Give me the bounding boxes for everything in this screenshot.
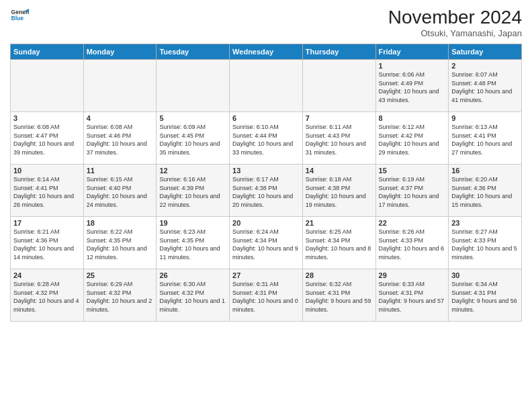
day-info: Sunrise: 6:32 AM Sunset: 4:31 PM Dayligh… — [306, 280, 373, 314]
svg-text:General: General — [11, 9, 29, 15]
day-info: Sunrise: 6:15 AM Sunset: 4:40 PM Dayligh… — [87, 175, 154, 209]
day-number: 2 — [451, 62, 519, 70]
page-subtitle: Otsuki, Yamanashi, Japan — [388, 28, 522, 38]
day-info: Sunrise: 6:08 AM Sunset: 4:47 PM Dayligh… — [13, 123, 81, 156]
header-saturday: Saturday — [449, 44, 522, 60]
day-info: Sunrise: 6:20 AM Sunset: 4:36 PM Dayligh… — [451, 175, 519, 209]
day-cell: 11Sunrise: 6:15 AM Sunset: 4:40 PM Dayli… — [83, 165, 157, 217]
day-cell: 12Sunrise: 6:16 AM Sunset: 4:39 PM Dayli… — [157, 165, 230, 217]
day-number: 17 — [13, 219, 81, 227]
day-number: 5 — [159, 114, 226, 122]
day-info: Sunrise: 6:18 AM Sunset: 4:38 PM Dayligh… — [306, 175, 373, 209]
day-number: 30 — [451, 271, 519, 279]
day-info: Sunrise: 6:14 AM Sunset: 4:41 PM Dayligh… — [13, 175, 81, 209]
day-number: 23 — [451, 219, 519, 227]
day-info: Sunrise: 6:24 AM Sunset: 4:34 PM Dayligh… — [232, 228, 300, 261]
day-number: 16 — [451, 167, 519, 175]
day-cell: 2Sunrise: 6:07 AM Sunset: 4:48 PM Daylig… — [449, 60, 522, 112]
day-info: Sunrise: 6:12 AM Sunset: 4:42 PM Dayligh… — [379, 123, 446, 156]
svg-text:Blue: Blue — [11, 15, 24, 21]
day-number: 12 — [159, 167, 226, 175]
day-cell: 25Sunrise: 6:29 AM Sunset: 4:32 PM Dayli… — [83, 269, 157, 322]
day-number: 7 — [306, 114, 373, 122]
day-info: Sunrise: 6:19 AM Sunset: 4:37 PM Dayligh… — [379, 175, 446, 209]
day-cell: 20Sunrise: 6:24 AM Sunset: 4:34 PM Dayli… — [230, 217, 303, 269]
day-cell: 27Sunrise: 6:31 AM Sunset: 4:31 PM Dayli… — [230, 269, 303, 322]
day-info: Sunrise: 6:10 AM Sunset: 4:44 PM Dayligh… — [232, 123, 300, 156]
day-cell: 28Sunrise: 6:32 AM Sunset: 4:31 PM Dayli… — [302, 269, 375, 322]
day-cell: 8Sunrise: 6:12 AM Sunset: 4:42 PM Daylig… — [375, 112, 449, 165]
day-cell: 17Sunrise: 6:21 AM Sunset: 4:36 PM Dayli… — [11, 217, 84, 269]
header-wednesday: Wednesday — [230, 44, 303, 60]
week-row-4: 17Sunrise: 6:21 AM Sunset: 4:36 PM Dayli… — [11, 217, 522, 269]
day-cell — [11, 60, 84, 112]
day-cell: 10Sunrise: 6:14 AM Sunset: 4:41 PM Dayli… — [11, 165, 84, 217]
day-info: Sunrise: 6:27 AM Sunset: 4:33 PM Dayligh… — [451, 228, 519, 261]
header-row: SundayMondayTuesdayWednesdayThursdayFrid… — [11, 44, 522, 60]
day-cell: 1Sunrise: 6:06 AM Sunset: 4:49 PM Daylig… — [375, 60, 449, 112]
day-number: 11 — [87, 167, 154, 175]
header-tuesday: Tuesday — [157, 44, 230, 60]
day-number: 13 — [232, 167, 300, 175]
week-row-5: 24Sunrise: 6:28 AM Sunset: 4:32 PM Dayli… — [11, 269, 522, 322]
day-number: 6 — [232, 114, 300, 122]
day-number: 10 — [13, 167, 81, 175]
day-info: Sunrise: 6:26 AM Sunset: 4:33 PM Dayligh… — [379, 228, 446, 261]
day-number: 28 — [306, 271, 373, 279]
day-cell: 22Sunrise: 6:26 AM Sunset: 4:33 PM Dayli… — [375, 217, 449, 269]
header-friday: Friday — [375, 44, 449, 60]
day-cell: 18Sunrise: 6:22 AM Sunset: 4:35 PM Dayli… — [83, 217, 157, 269]
day-number: 8 — [379, 114, 446, 122]
header-monday: Monday — [83, 44, 157, 60]
logo: General Blue — [10, 7, 29, 26]
week-row-2: 3Sunrise: 6:08 AM Sunset: 4:47 PM Daylig… — [11, 112, 522, 165]
day-info: Sunrise: 6:31 AM Sunset: 4:31 PM Dayligh… — [232, 280, 300, 314]
day-cell: 30Sunrise: 6:34 AM Sunset: 4:31 PM Dayli… — [449, 269, 522, 322]
day-cell: 19Sunrise: 6:23 AM Sunset: 4:35 PM Dayli… — [157, 217, 230, 269]
day-cell — [302, 60, 375, 112]
day-number: 15 — [379, 167, 446, 175]
day-info: Sunrise: 6:06 AM Sunset: 4:49 PM Dayligh… — [379, 71, 446, 104]
title-block: November 2024 Otsuki, Yamanashi, Japan — [388, 7, 522, 38]
day-info: Sunrise: 6:25 AM Sunset: 4:34 PM Dayligh… — [306, 228, 373, 261]
day-number: 24 — [13, 271, 81, 279]
page-title: November 2024 — [388, 7, 522, 28]
day-cell — [230, 60, 303, 112]
day-info: Sunrise: 6:22 AM Sunset: 4:35 PM Dayligh… — [87, 228, 154, 261]
day-cell: 5Sunrise: 6:09 AM Sunset: 4:45 PM Daylig… — [157, 112, 230, 165]
day-number: 1 — [379, 62, 446, 70]
day-number: 21 — [306, 219, 373, 227]
day-cell: 24Sunrise: 6:28 AM Sunset: 4:32 PM Dayli… — [11, 269, 84, 322]
day-cell: 7Sunrise: 6:11 AM Sunset: 4:43 PM Daylig… — [302, 112, 375, 165]
day-number: 18 — [87, 219, 154, 227]
day-cell: 16Sunrise: 6:20 AM Sunset: 4:36 PM Dayli… — [449, 165, 522, 217]
day-number: 25 — [87, 271, 154, 279]
day-number: 4 — [87, 114, 154, 122]
day-info: Sunrise: 6:13 AM Sunset: 4:41 PM Dayligh… — [451, 123, 519, 156]
day-cell: 26Sunrise: 6:30 AM Sunset: 4:32 PM Dayli… — [157, 269, 230, 322]
day-number: 22 — [379, 219, 446, 227]
day-number: 26 — [159, 271, 226, 279]
header-sunday: Sunday — [11, 44, 84, 60]
day-info: Sunrise: 6:09 AM Sunset: 4:45 PM Dayligh… — [159, 123, 226, 156]
day-number: 9 — [451, 114, 519, 122]
calendar-table: SundayMondayTuesdayWednesdayThursdayFrid… — [10, 44, 522, 322]
day-info: Sunrise: 6:21 AM Sunset: 4:36 PM Dayligh… — [13, 228, 81, 261]
day-cell: 21Sunrise: 6:25 AM Sunset: 4:34 PM Dayli… — [302, 217, 375, 269]
day-info: Sunrise: 6:16 AM Sunset: 4:39 PM Dayligh… — [159, 175, 226, 209]
day-number: 3 — [13, 114, 81, 122]
day-info: Sunrise: 6:23 AM Sunset: 4:35 PM Dayligh… — [159, 228, 226, 261]
day-cell: 15Sunrise: 6:19 AM Sunset: 4:37 PM Dayli… — [375, 165, 449, 217]
day-cell: 13Sunrise: 6:17 AM Sunset: 4:38 PM Dayli… — [230, 165, 303, 217]
day-info: Sunrise: 6:17 AM Sunset: 4:38 PM Dayligh… — [232, 175, 300, 209]
day-cell: 9Sunrise: 6:13 AM Sunset: 4:41 PM Daylig… — [449, 112, 522, 165]
day-number: 19 — [159, 219, 226, 227]
day-info: Sunrise: 6:08 AM Sunset: 4:46 PM Dayligh… — [87, 123, 154, 156]
header-thursday: Thursday — [302, 44, 375, 60]
week-row-1: 1Sunrise: 6:06 AM Sunset: 4:49 PM Daylig… — [11, 60, 522, 112]
day-info: Sunrise: 6:28 AM Sunset: 4:32 PM Dayligh… — [13, 280, 81, 314]
day-info: Sunrise: 6:30 AM Sunset: 4:32 PM Dayligh… — [159, 280, 226, 314]
day-info: Sunrise: 6:34 AM Sunset: 4:31 PM Dayligh… — [451, 280, 519, 314]
day-info: Sunrise: 6:11 AM Sunset: 4:43 PM Dayligh… — [306, 123, 373, 156]
day-cell: 29Sunrise: 6:33 AM Sunset: 4:31 PM Dayli… — [375, 269, 449, 322]
